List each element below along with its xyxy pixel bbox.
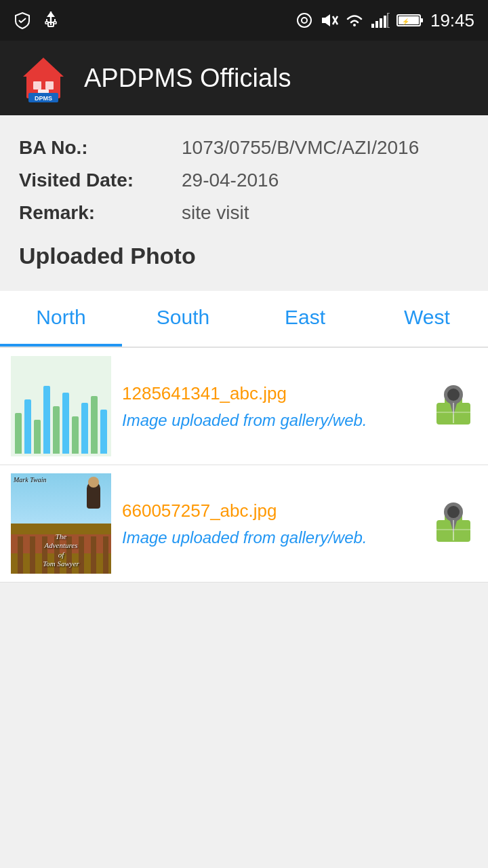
- svg-rect-5: [54, 22, 56, 24]
- mute-icon: [319, 12, 338, 28]
- info-section: BA No.: 1073/0755/B/VMC/AZI/2016 Visited…: [0, 115, 488, 285]
- sim-icon: [296, 12, 312, 28]
- photo-list: 1285641341_abc.jpg Image uploaded from g…: [0, 348, 488, 583]
- svg-rect-13: [380, 18, 382, 28]
- visited-date-value: 29-04-2016: [182, 170, 469, 191]
- wifi-icon: [345, 13, 364, 28]
- svg-text:⚡: ⚡: [402, 18, 410, 26]
- svg-rect-15: [388, 13, 390, 28]
- svg-rect-23: [45, 81, 54, 90]
- photo-thumb-2: TheAdventuresofTom Sawyer Mark Twain: [11, 473, 111, 574]
- battery-icon: ⚡: [396, 13, 424, 28]
- status-right-icons: ⚡ 19:45: [296, 10, 474, 31]
- photo-item-2[interactable]: TheAdventuresofTom Sawyer Mark Twain 660…: [0, 465, 488, 583]
- visited-date-row: Visited Date: 29-04-2016: [19, 164, 469, 197]
- app-logo: DPMS: [16, 51, 70, 105]
- svg-point-30: [447, 389, 460, 401]
- direction-tabs: North South East West: [0, 291, 488, 348]
- photo-info-1: 1285641341_abc.jpg Image uploaded from g…: [122, 383, 419, 430]
- map-pin-icon-1[interactable]: [430, 382, 477, 430]
- svg-rect-4: [45, 22, 48, 24]
- svg-point-6: [298, 14, 311, 27]
- shield-icon: [14, 12, 31, 29]
- tab-south[interactable]: South: [122, 291, 244, 347]
- ba-no-label: BA No.:: [19, 137, 182, 159]
- status-left-icons: [14, 10, 60, 31]
- svg-marker-21: [23, 58, 64, 77]
- svg-marker-8: [322, 14, 330, 26]
- map-pin-icon-2[interactable]: [430, 500, 477, 547]
- svg-point-37: [447, 506, 460, 518]
- remark-value: site visit: [182, 202, 469, 224]
- tab-west[interactable]: West: [366, 291, 488, 347]
- uploaded-photo-title: Uploaded Photo: [19, 229, 469, 275]
- photo-source-1: Image uploaded from gallery/web.: [122, 411, 419, 430]
- photo-info-2: 660057257_abc.jpg Image uploaded from ga…: [122, 500, 419, 547]
- photo-item-1[interactable]: 1285641341_abc.jpg Image uploaded from g…: [0, 348, 488, 465]
- remark-row: Remark: site visit: [19, 197, 469, 229]
- photo-thumb-1: [11, 356, 111, 456]
- svg-rect-14: [384, 16, 386, 28]
- svg-text:DPMS: DPMS: [35, 95, 52, 102]
- svg-point-7: [302, 18, 307, 23]
- status-time: 19:45: [430, 10, 474, 31]
- tab-north[interactable]: North: [0, 291, 122, 347]
- ba-no-row: BA No.: 1073/0755/B/VMC/AZI/2016: [19, 132, 469, 164]
- tab-east[interactable]: East: [244, 291, 366, 347]
- svg-rect-22: [33, 81, 41, 90]
- usb-icon: [42, 10, 60, 31]
- svg-rect-17: [420, 18, 423, 22]
- ba-no-value: 1073/0755/B/VMC/AZI/2016: [182, 137, 469, 159]
- photo-source-2: Image uploaded from gallery/web.: [122, 528, 419, 547]
- app-bar: DPMS APDPMS Officials: [0, 41, 488, 115]
- svg-rect-12: [375, 21, 378, 28]
- remark-label: Remark:: [19, 202, 182, 224]
- visited-date-label: Visited Date:: [19, 170, 182, 191]
- svg-rect-11: [371, 24, 374, 28]
- photo-filename-1: 1285641341_abc.jpg: [122, 383, 419, 404]
- app-title: APDPMS Officials: [84, 64, 291, 93]
- status-bar: ⚡ 19:45: [0, 0, 488, 41]
- photo-filename-2: 660057257_abc.jpg: [122, 500, 419, 521]
- signal-icon: [371, 13, 390, 28]
